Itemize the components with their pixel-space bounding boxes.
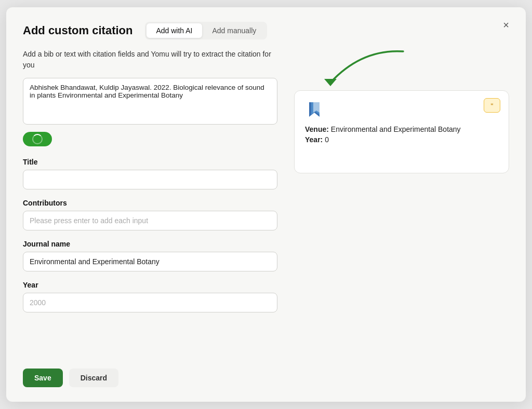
right-panel: “ Venue: Environmental and Experimental … — [294, 49, 509, 387]
tab-add-with-ai[interactable]: Add with AI — [147, 23, 202, 38]
modal-title: Add custom citation — [23, 24, 132, 37]
left-panel: Add a bib or text with citation fields a… — [23, 49, 277, 387]
modal-body: Add a bib or text with citation fields a… — [23, 49, 509, 387]
journal-label: Journal name — [23, 240, 277, 248]
modal-header: Add custom citation Add with AI Add manu… — [23, 22, 509, 39]
contributors-label: Contributors — [23, 199, 277, 207]
card-year: Year: 0 — [305, 135, 498, 144]
year-value: 0 — [325, 135, 329, 144]
journal-input[interactable] — [23, 252, 277, 271]
spinner-icon — [32, 134, 43, 144]
venue-label: Venue: — [305, 125, 329, 133]
modal: Add custom citation Add with AI Add manu… — [6, 7, 526, 402]
helper-text: Add a bib or text with citation fields a… — [23, 49, 277, 71]
title-input[interactable] — [23, 170, 277, 189]
field-group-year: Year — [23, 281, 277, 312]
semantic-scholar-icon — [305, 100, 324, 119]
year-input[interactable] — [23, 293, 277, 312]
field-group-title: Title — [23, 158, 277, 189]
save-button[interactable]: Save — [23, 369, 63, 387]
citation-textarea[interactable]: Abhishek Bhandawat, Kuldip Jayaswal. 202… — [23, 78, 277, 125]
result-card: “ Venue: Environmental and Experimental … — [294, 90, 509, 173]
venue-value: Environmental and Experimental Botany — [331, 125, 461, 133]
field-group-contributors: Contributors — [23, 199, 277, 230]
tab-group: Add with AI Add manually — [145, 22, 267, 39]
card-logo — [305, 100, 324, 119]
field-group-journal: Journal name — [23, 240, 277, 271]
card-venue: Venue: Environmental and Experimental Bo… — [305, 125, 498, 133]
year-label: Year — [23, 281, 277, 289]
arrow-decoration — [299, 49, 414, 96]
discard-button[interactable]: Discard — [69, 369, 118, 387]
quote-badge: “ — [484, 98, 500, 113]
bottom-buttons: Save Discard — [23, 358, 277, 387]
tab-add-manually[interactable]: Add manually — [203, 23, 266, 38]
svg-marker-0 — [324, 79, 337, 86]
year-label: Year: — [305, 135, 323, 144]
quote-icon: “ — [491, 101, 494, 110]
contributors-input[interactable] — [23, 211, 277, 230]
title-label: Title — [23, 158, 277, 166]
close-button[interactable]: × — [499, 18, 513, 32]
ai-spinner-toggle[interactable] — [23, 132, 52, 146]
